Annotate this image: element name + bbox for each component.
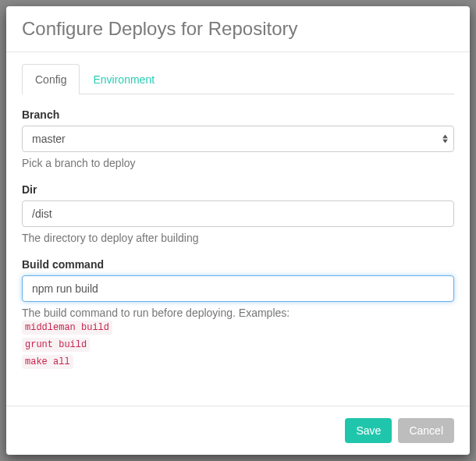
example-code: make all (22, 355, 73, 369)
modal-body: Config Environment Branch master Pick a … (6, 52, 470, 406)
dir-help: The directory to deploy after building (22, 232, 454, 244)
tab-environment[interactable]: Environment (80, 64, 168, 94)
build-help: The build command to run before deployin… (22, 307, 454, 371)
example-code: middleman build (22, 321, 112, 335)
tab-list: Config Environment (22, 64, 454, 94)
configure-deploys-modal: Configure Deploys for Repository Config … (6, 6, 470, 455)
dir-group: Dir The directory to deploy after buildi… (22, 183, 454, 244)
dir-label: Dir (22, 183, 454, 196)
example-code: grunt build (22, 338, 90, 352)
modal-title: Configure Deploys for Repository (22, 18, 454, 40)
dir-input[interactable] (22, 200, 454, 227)
modal-footer: Save Cancel (6, 406, 470, 455)
build-label: Build command (22, 258, 454, 271)
build-command-input[interactable] (22, 275, 454, 302)
branch-label: Branch (22, 108, 454, 121)
branch-select[interactable]: master (22, 126, 454, 152)
branch-group: Branch master Pick a branch to deploy (22, 108, 454, 169)
build-help-intro: The build command to run before deployin… (22, 307, 290, 319)
build-group: Build command The build command to run b… (22, 258, 454, 371)
cancel-button[interactable]: Cancel (398, 418, 454, 443)
save-button[interactable]: Save (345, 418, 392, 443)
tab-config[interactable]: Config (22, 64, 80, 94)
branch-select-wrap: master (22, 126, 454, 152)
branch-help: Pick a branch to deploy (22, 157, 454, 169)
modal-header: Configure Deploys for Repository (6, 6, 470, 52)
